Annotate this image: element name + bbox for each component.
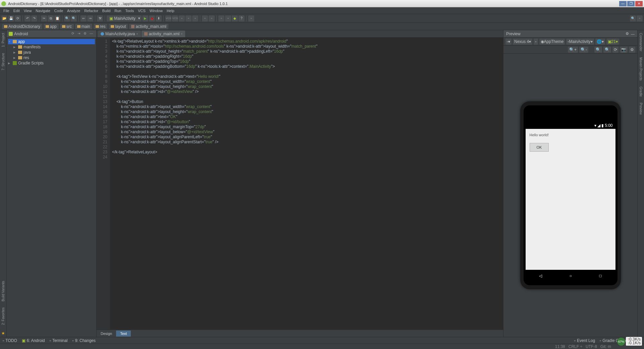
search-everywhere-icon[interactable]: 🔍 [630, 15, 636, 21]
vcs-update-icon[interactable]: VCS [172, 15, 178, 21]
zoom-out-icon[interactable]: 🔍- [579, 47, 588, 53]
rail-build-variants[interactable]: Build Variants [1, 280, 5, 303]
android-robot-icon[interactable]: ◆ [232, 15, 238, 21]
api-select[interactable]: ▣21▾ [606, 39, 619, 45]
rail-structure[interactable]: 7: Structure [1, 52, 5, 72]
crumb-app[interactable]: app [44, 24, 59, 29]
project-tree[interactable]: ▼app ▶manifests ▶java ▶res ▶Gradle Scrip… [7, 38, 96, 67]
rail-commander[interactable]: Commander [639, 32, 643, 53]
save-icon[interactable]: 💾 [8, 15, 14, 21]
debug-button[interactable]: 🐞 [149, 15, 155, 21]
status-terminal[interactable]: ▫Terminal [50, 338, 68, 343]
design-tab[interactable]: Design [97, 331, 116, 337]
copy-icon[interactable]: ⧉ [48, 15, 54, 21]
project-view-selector[interactable]: Android [14, 32, 28, 36]
zoom-actual-icon[interactable]: 🔍 [603, 47, 611, 53]
close-button[interactable]: ✕ [635, 1, 643, 6]
vcs-icon[interactable]: VCS [165, 15, 171, 21]
settings-icon[interactable]: ⚙ [629, 47, 635, 53]
maximize-button[interactable]: ❐ [627, 1, 635, 6]
tree-item-res[interactable]: ▶res [8, 55, 95, 60]
status-todo[interactable]: ▫TODO [3, 338, 17, 343]
status-android[interactable]: ▣6: Android [22, 338, 45, 343]
menu-run[interactable]: Run [112, 8, 123, 13]
locale-icon[interactable]: 🌐▾ [595, 39, 605, 45]
rail-preview[interactable]: Preview [639, 101, 643, 116]
tab-activity-main-xml[interactable]: activity_main.xml× [142, 31, 185, 37]
rail-project[interactable]: 1: Project [1, 32, 5, 48]
ddms-icon[interactable]: ▫ [192, 15, 198, 21]
open-icon[interactable]: 📂 [1, 15, 7, 21]
star-icon[interactable]: ★ [1, 330, 5, 337]
find-icon[interactable]: 🔍 [64, 15, 70, 21]
close-icon[interactable]: × [136, 32, 138, 36]
run-config-select[interactable]: ▣ MainActivity [107, 15, 142, 21]
help-icon[interactable]: ? [238, 15, 245, 21]
file-encoding[interactable]: UTF-8 [586, 344, 597, 349]
make-icon[interactable]: ⚒ [97, 15, 103, 21]
code-editor[interactable]: 123456789101112131415161718192021222324 … [97, 38, 503, 330]
nexus-select[interactable]: Nexus 4▾ [513, 39, 532, 45]
tb-icon-3[interactable]: ▫ [218, 15, 224, 21]
crumb-file[interactable]: activity_main.xml [129, 24, 168, 29]
tb-icon-2[interactable]: ▫ [209, 15, 215, 21]
back-icon[interactable]: ⇐ [80, 15, 87, 21]
cut-icon[interactable]: ✂ [41, 15, 47, 21]
screenshot-icon[interactable]: 📷 [620, 47, 628, 53]
menu-file[interactable]: File [1, 8, 11, 13]
run-button[interactable]: ▶ [142, 15, 148, 21]
paste-icon[interactable]: 📋 [54, 15, 60, 21]
sdk-icon[interactable]: ▫ [185, 15, 192, 21]
menu-refactor[interactable]: Refactor [82, 8, 100, 13]
avd-icon[interactable]: ▫ [179, 15, 185, 21]
device-select[interactable]: ▫▾ [505, 39, 512, 45]
tree-item-gradle[interactable]: ▶Gradle Scripts [8, 60, 95, 66]
toolbar-collapse-icon[interactable]: ▫ [637, 15, 643, 21]
status-event-log[interactable]: ▫Event Log [574, 338, 595, 343]
tb-icon-5[interactable]: ▫ [248, 15, 254, 21]
crumb-main[interactable]: main [75, 24, 92, 29]
menu-edit[interactable]: Edit [11, 8, 22, 13]
crumb-project[interactable]: AndroidDictionary [2, 24, 42, 29]
text-tab[interactable]: Text [116, 331, 131, 337]
menu-navigate[interactable]: Navigate [34, 8, 52, 13]
rail-favorites[interactable]: 2: Favorites [1, 306, 5, 326]
attach-icon[interactable]: ⬇ [156, 15, 162, 21]
menu-vcs[interactable]: VCS [136, 8, 148, 13]
gear-icon[interactable]: ⚙ [84, 32, 88, 36]
tree-item-app[interactable]: ▼app [8, 39, 95, 44]
crumb-src[interactable]: src [60, 24, 74, 29]
tree-item-java[interactable]: ▶java [8, 50, 95, 55]
cursor-position[interactable]: 11:38 [555, 344, 565, 349]
gear-icon[interactable]: ⚙ [626, 32, 629, 36]
undo-icon[interactable]: ↶ [24, 15, 31, 21]
code-content[interactable]: <k-tag">RelativeLayout k-ns">xmlns:k-att… [110, 38, 503, 330]
git-branch[interactable]: Git: m [600, 344, 611, 349]
hide-icon[interactable]: — [631, 32, 635, 36]
refresh-icon[interactable]: ⟳ [612, 47, 619, 53]
hide-icon[interactable]: — [90, 32, 94, 36]
forward-icon[interactable]: ⇒ [87, 15, 93, 21]
close-icon[interactable]: × [181, 32, 182, 36]
menu-analyze[interactable]: Analyze [65, 8, 82, 13]
memory-badge[interactable]: 67% [617, 338, 625, 346]
tree-item-manifests[interactable]: ▶manifests [8, 44, 95, 50]
collapse-icon[interactable]: ⇥ [77, 32, 82, 36]
line-separator[interactable]: CRLF ÷ [569, 344, 582, 349]
zoom-fit-icon[interactable]: 🔍 [594, 47, 602, 53]
redo-icon[interactable]: ↷ [31, 15, 37, 21]
tb-icon-4[interactable]: ▫ [225, 15, 231, 21]
tab-mainactivity-java[interactable]: MainActivity.java× [98, 31, 141, 37]
rail-gradle[interactable]: Gradle [639, 85, 643, 98]
menu-build[interactable]: Build [100, 8, 112, 13]
activity-select[interactable]: ▫MainActivity▾ [566, 39, 594, 45]
theme-select[interactable]: ◉AppTheme [539, 39, 565, 45]
zoom-in-icon[interactable]: 🔍+ [568, 47, 578, 53]
orientation-icon[interactable]: ▫ [534, 39, 538, 45]
menu-help[interactable]: Help [165, 8, 176, 13]
status-changes[interactable]: ▫9: Changes [72, 338, 96, 343]
menu-code[interactable]: Code [52, 8, 65, 13]
tb-icon-1[interactable]: ▫ [202, 15, 208, 21]
replace-icon[interactable]: 🔍 [71, 15, 77, 21]
rail-maven[interactable]: Maven Projects [639, 56, 643, 82]
